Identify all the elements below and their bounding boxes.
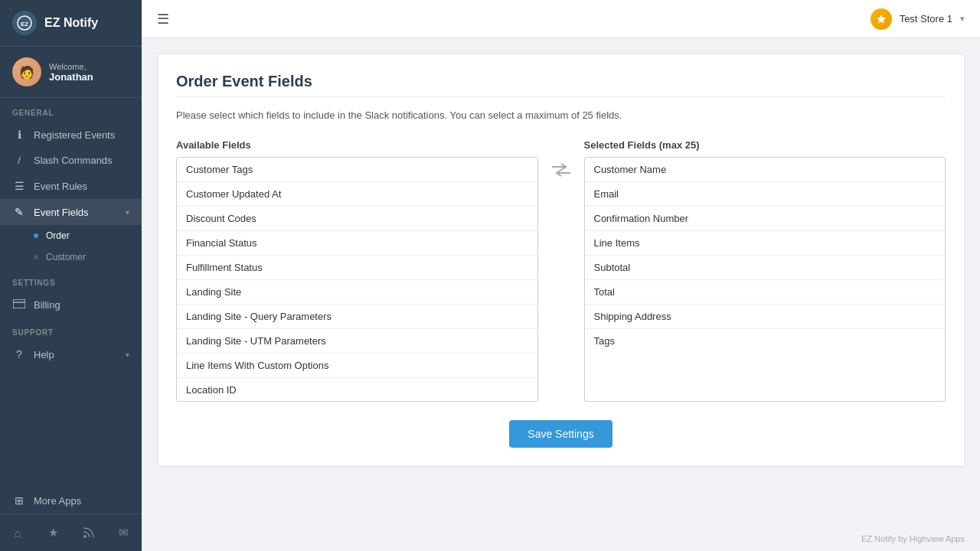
available-field-item[interactable]: Landing Site - UTM Parameters [177, 329, 537, 354]
selected-field-item[interactable]: Subtotal [585, 256, 946, 280]
page-description: Please select which fields to include in… [176, 109, 946, 121]
sidebar-item-event-rules[interactable]: ☰ Event Rules [0, 173, 142, 199]
save-button[interactable]: Save Settings [509, 420, 612, 448]
welcome-label: Welcome, [49, 62, 93, 71]
sidebar-item-label: Billing [34, 299, 129, 311]
selected-field-item[interactable]: Email [585, 182, 946, 207]
available-field-item[interactable]: Discount Codes [177, 207, 537, 231]
app-logo-icon: EZ [12, 11, 37, 35]
sidebar-logo: EZ EZ Notify [0, 0, 142, 47]
avatar: 🧑 [12, 57, 41, 86]
slash-commands-icon: / [12, 155, 26, 166]
sidebar-item-label: Event Rules [34, 181, 129, 192]
sidebar-item-slash-commands[interactable]: / Slash Commands [0, 148, 142, 173]
available-field-item[interactable]: Fulfillment Status [177, 256, 537, 280]
more-apps-icon: ⊞ [12, 494, 26, 507]
available-field-item[interactable]: Landing Site - Query Parameters [177, 305, 537, 329]
sidebar-item-label: More Apps [34, 495, 129, 507]
user-profile: 🧑 Welcome, Jonathan [0, 47, 142, 98]
selected-field-item[interactable]: Shipping Address [585, 305, 946, 329]
app-name: EZ Notify [44, 16, 98, 30]
sidebar-item-billing[interactable]: Billing [0, 292, 142, 318]
chevron-down-icon: ▾ [126, 208, 129, 217]
support-section-label: SUPPORT [0, 318, 142, 341]
selected-field-item[interactable]: Customer Name [585, 158, 946, 182]
available-field-item[interactable]: Financial Status [177, 231, 537, 256]
topbar: ☰ Test Store 1 ▾ [142, 0, 980, 38]
content-card: Order Event Fields Please select which f… [157, 54, 965, 467]
page-divider [176, 96, 946, 97]
selected-field-item[interactable]: Total [585, 280, 946, 305]
page-content: Order Event Fields Please select which f… [142, 38, 980, 527]
transfer-buttons [538, 162, 584, 182]
username: Jonathan [49, 71, 93, 83]
page-title: Order Event Fields [176, 73, 946, 90]
selected-field-item[interactable]: Tags [585, 329, 946, 353]
available-field-item[interactable]: Customer Tags [177, 158, 537, 182]
feed-icon[interactable] [78, 522, 100, 543]
svg-point-4 [83, 535, 87, 538]
event-rules-icon: ☰ [12, 180, 26, 192]
sidebar: EZ EZ Notify 🧑 Welcome, Jonathan GENERAL… [0, 0, 142, 551]
sub-item-label: Order [46, 230, 70, 241]
general-section-label: GENERAL [0, 98, 142, 122]
topbar-chevron-icon[interactable]: ▾ [960, 14, 965, 24]
selected-fields-list[interactable]: Customer NameEmailConfirmation NumberLin… [584, 157, 946, 402]
billing-icon [12, 298, 26, 311]
sidebar-bottom-bar: ⌂ ★ ✉ [0, 514, 142, 551]
topbar-right: Test Store 1 ▾ [871, 8, 965, 30]
selected-field-item[interactable]: Confirmation Number [585, 207, 946, 231]
user-info: Welcome, Jonathan [49, 62, 93, 83]
available-field-item[interactable]: Customer Updated At [177, 182, 537, 207]
settings-section-label: SETTINGS [0, 268, 142, 292]
selected-field-item[interactable]: Line Items [585, 231, 946, 256]
transfer-icon[interactable] [550, 162, 572, 182]
mail-icon[interactable]: ✉ [113, 522, 135, 543]
available-fields-title: Available Fields [176, 139, 538, 151]
svg-rect-2 [13, 299, 25, 308]
footer: EZ Notify by Highview Apps [142, 527, 980, 551]
star-icon[interactable]: ★ [42, 522, 64, 543]
sidebar-item-more-apps[interactable]: ⊞ More Apps [0, 487, 142, 514]
sidebar-item-label: Registered Events [34, 129, 129, 141]
sidebar-item-event-fields[interactable]: ✎ Event Fields ▾ [0, 199, 142, 225]
fields-container: Available Fields Customer TagsCustomer U… [176, 139, 946, 402]
store-icon [871, 8, 892, 30]
sidebar-item-label: Event Fields [34, 207, 118, 218]
svg-text:EZ: EZ [21, 21, 28, 28]
registered-events-icon: ℹ [12, 129, 26, 141]
available-fields-list[interactable]: Customer TagsCustomer Updated AtDiscount… [176, 157, 538, 402]
available-field-item[interactable]: Line Items With Custom Options [177, 354, 537, 378]
available-fields-column: Available Fields Customer TagsCustomer U… [176, 139, 538, 402]
selected-fields-title: Selected Fields (max 25) [584, 139, 946, 151]
sub-item-dot [34, 233, 38, 238]
sidebar-sub-item-customer[interactable]: Customer [0, 246, 142, 268]
sidebar-item-label: Slash Commands [34, 155, 129, 166]
menu-icon[interactable]: ☰ [157, 11, 169, 28]
event-fields-icon: ✎ [12, 206, 26, 218]
store-name: Test Store 1 [900, 13, 952, 24]
main-content: ☰ Test Store 1 ▾ Order Event Fields Plea… [142, 0, 980, 551]
sub-item-dot [34, 255, 38, 259]
sidebar-item-label: Help [34, 349, 118, 360]
sidebar-sub-item-order[interactable]: Order [0, 225, 142, 246]
available-field-item[interactable]: Location ID [177, 378, 537, 402]
sidebar-item-help[interactable]: ? Help ▾ [0, 341, 142, 367]
available-field-item[interactable]: Landing Site [177, 280, 537, 305]
save-row: Save Settings [176, 420, 946, 448]
sidebar-item-registered-events[interactable]: ℹ Registered Events [0, 122, 142, 148]
chevron-down-icon: ▾ [126, 350, 129, 359]
sub-item-label: Customer [46, 252, 86, 262]
home-icon[interactable]: ⌂ [7, 522, 28, 543]
help-icon: ? [12, 348, 26, 360]
selected-fields-column: Selected Fields (max 25) Customer NameEm… [584, 139, 946, 402]
